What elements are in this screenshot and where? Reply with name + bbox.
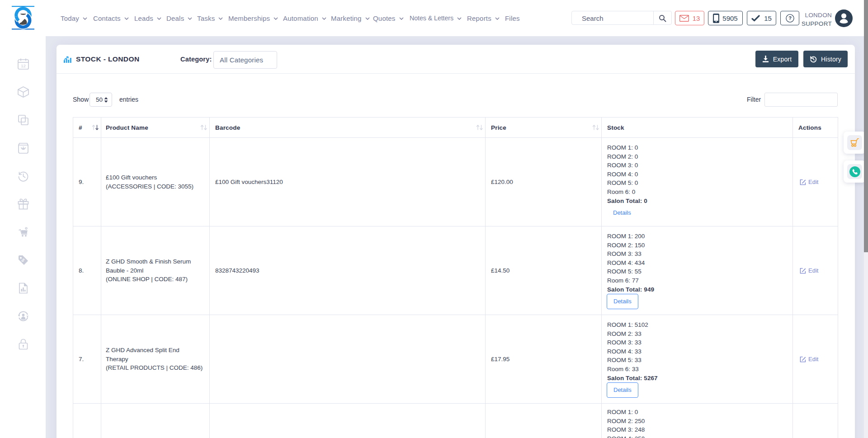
svg-text:?: ? [788, 15, 792, 21]
svg-text:12: 12 [21, 63, 26, 68]
